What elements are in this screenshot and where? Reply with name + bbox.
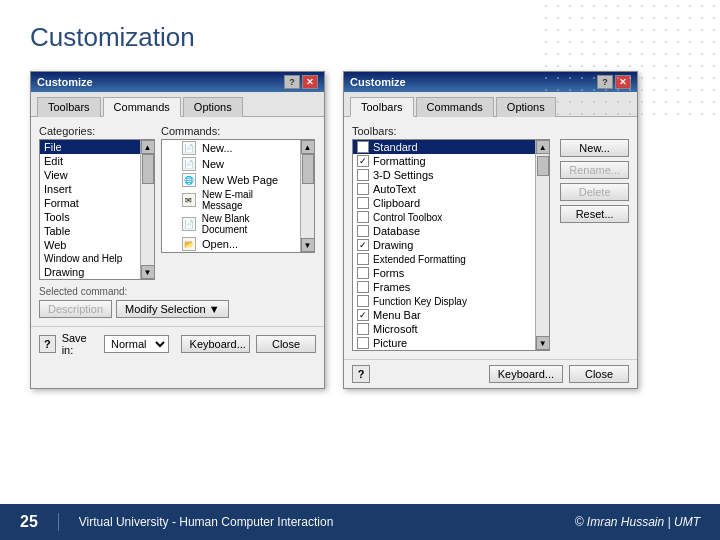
dialog-left-footer: ? Save in: Normal Keyboard... Close	[31, 326, 324, 361]
checkbox-standard	[357, 141, 369, 153]
close-x-button-left[interactable]: ✕	[302, 75, 318, 89]
category-item-edit[interactable]: Edit	[40, 154, 140, 168]
close-button-right[interactable]: Close	[569, 365, 629, 383]
checkbox-autotext	[357, 183, 369, 195]
footer-help-right[interactable]: ?	[352, 365, 370, 383]
toolbar-item-forms[interactable]: Forms	[353, 266, 535, 280]
categories-list: File Edit View Insert Format Tools Table…	[40, 140, 140, 279]
checkbox-3d	[357, 169, 369, 181]
cmd-icon-new-web: 🌐	[182, 173, 196, 187]
reset-toolbar-button[interactable]: Reset...	[560, 205, 629, 223]
toolbar-item-clipboard[interactable]: Clipboard	[353, 196, 535, 210]
commands-list-container: 📄New... 📄New 🌐New Web Page ✉New E-mail M…	[161, 139, 315, 253]
tab-toolbars-left[interactable]: Toolbars	[37, 97, 101, 117]
scroll-down-arrow[interactable]: ▼	[141, 265, 155, 279]
categories-label: Categories:	[39, 125, 155, 137]
category-item-file[interactable]: File	[40, 140, 140, 154]
toolbar-action-buttons: New... Rename... Delete Reset...	[554, 139, 629, 351]
cmd-scroll-down[interactable]: ▼	[301, 238, 315, 252]
delete-toolbar-button[interactable]: Delete	[560, 183, 629, 201]
close-button-left[interactable]: Close	[256, 335, 316, 353]
toolbar-item-database[interactable]: Database	[353, 224, 535, 238]
cmd-new-web[interactable]: 🌐New Web Page	[162, 172, 300, 188]
slide-number: 25	[20, 513, 59, 531]
cmd-scroll-up[interactable]: ▲	[301, 140, 315, 154]
tb-scroll-up[interactable]: ▲	[536, 140, 550, 154]
toolbar-item-drawing[interactable]: Drawing	[353, 238, 535, 252]
toolbars-list-container: Standard Formatting 3-D Settings AutoTex…	[352, 139, 550, 351]
toolbars-row: Standard Formatting 3-D Settings AutoTex…	[352, 139, 629, 351]
tab-options-right[interactable]: Options	[496, 97, 556, 117]
commands-scrollbar[interactable]: ▲ ▼	[300, 140, 314, 252]
toolbar-item-frames[interactable]: Frames	[353, 280, 535, 294]
toolbar-item-extfmt[interactable]: Extended Formatting	[353, 252, 535, 266]
tab-options-left[interactable]: Options	[183, 97, 243, 117]
scroll-track	[141, 154, 154, 265]
categories-commands-row: Categories: File Edit View Insert Format…	[39, 125, 316, 280]
cmd-new-blank[interactable]: 📄New Blank Document	[162, 212, 300, 236]
toolbars-label: Toolbars:	[352, 125, 629, 137]
dialog-left-body: Categories: File Edit View Insert Format…	[31, 117, 324, 326]
toolbar-item-formatting[interactable]: Formatting	[353, 154, 535, 168]
checkbox-control	[357, 211, 369, 223]
save-in-label: Save in:	[62, 332, 98, 356]
cmd-icon-new: 📄	[182, 157, 196, 171]
copyright-text: © Imran Hussain | UMT	[575, 515, 700, 529]
tab-commands-left[interactable]: Commands	[103, 97, 181, 117]
selected-command-area: Selected command: Description Modify Sel…	[39, 286, 316, 318]
category-item-view[interactable]: View	[40, 168, 140, 182]
category-item-web[interactable]: Web	[40, 238, 140, 252]
keyboard-button-left[interactable]: Keyboard...	[181, 335, 250, 353]
cmd-new-email[interactable]: ✉New E-mail Message	[162, 188, 300, 212]
scroll-up-arrow[interactable]: ▲	[141, 140, 155, 154]
category-item-drawing[interactable]: Drawing	[40, 265, 140, 279]
checkbox-clipboard	[357, 197, 369, 209]
help-button-left[interactable]: ?	[284, 75, 300, 89]
save-in-select[interactable]: Normal	[104, 335, 169, 353]
category-item-insert[interactable]: Insert	[40, 182, 140, 196]
checkbox-forms	[357, 267, 369, 279]
rename-toolbar-button[interactable]: Rename...	[560, 161, 629, 179]
category-item-table[interactable]: Table	[40, 224, 140, 238]
toolbar-item-microsoft[interactable]: Microsoft	[353, 322, 535, 336]
toolbar-item-standard[interactable]: Standard	[353, 140, 535, 154]
toolbar-item-autotext[interactable]: AutoText	[353, 182, 535, 196]
footer-help-left[interactable]: ?	[39, 335, 56, 353]
toolbars-scrollbar[interactable]: ▲ ▼	[535, 140, 549, 350]
description-button[interactable]: Description	[39, 300, 112, 318]
tb-scroll-down[interactable]: ▼	[536, 336, 550, 350]
category-item-window[interactable]: Window and Help	[40, 252, 140, 265]
cmd-open[interactable]: 📂Open...	[162, 236, 300, 252]
dialog-left-titlebar: Customize ? ✕	[31, 72, 324, 92]
cmd-new[interactable]: 📄New	[162, 156, 300, 172]
category-item-format[interactable]: Format	[40, 196, 140, 210]
category-item-tools[interactable]: Tools	[40, 210, 140, 224]
checkbox-database	[357, 225, 369, 237]
toolbar-item-fnkey[interactable]: Function Key Display	[353, 294, 535, 308]
checkbox-microsoft	[357, 323, 369, 335]
scroll-thumb[interactable]	[142, 154, 154, 184]
cmd-scroll-track	[301, 154, 314, 238]
titlebar-buttons-left: ? ✕	[284, 75, 318, 89]
toolbars-list: Standard Formatting 3-D Settings AutoTex…	[353, 140, 535, 350]
checkbox-menubar	[357, 309, 369, 321]
categories-scrollbar[interactable]: ▲ ▼	[140, 140, 154, 279]
tab-commands-right[interactable]: Commands	[416, 97, 494, 117]
selected-command-label: Selected command:	[39, 286, 316, 297]
toolbar-item-control[interactable]: Control Toolbox	[353, 210, 535, 224]
keyboard-button-right[interactable]: Keyboard...	[489, 365, 563, 383]
dialog-left: Customize ? ✕ Toolbars Commands Options …	[30, 71, 325, 389]
new-toolbar-button[interactable]: New...	[560, 139, 629, 157]
categories-list-container: File Edit View Insert Format Tools Table…	[39, 139, 155, 280]
tab-toolbars-right[interactable]: Toolbars	[350, 97, 414, 117]
modify-selection-button[interactable]: Modify Selection ▼	[116, 300, 229, 318]
dialog-left-tabs: Toolbars Commands Options	[31, 92, 324, 117]
cmd-new-dots[interactable]: 📄New...	[162, 140, 300, 156]
tb-scroll-thumb[interactable]	[537, 156, 549, 176]
cmd-scroll-thumb[interactable]	[302, 154, 314, 184]
dialog-right-footer: ? Keyboard... Close	[344, 359, 637, 388]
toolbar-item-3d[interactable]: 3-D Settings	[353, 168, 535, 182]
toolbar-item-menubar[interactable]: Menu Bar	[353, 308, 535, 322]
tb-scroll-track	[536, 154, 549, 336]
toolbar-item-picture[interactable]: Picture	[353, 336, 535, 350]
